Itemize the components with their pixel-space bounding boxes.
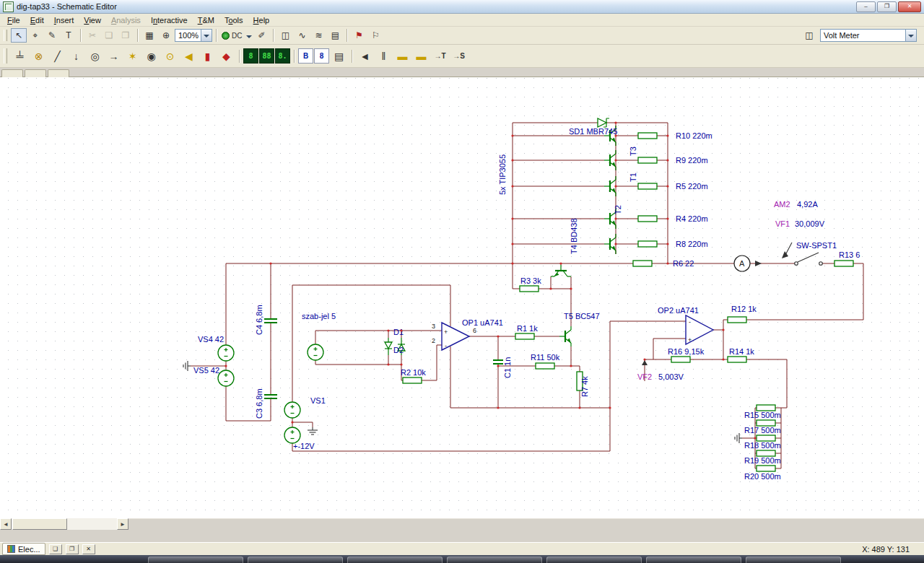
ground-button[interactable]: ╧ xyxy=(11,47,29,65)
pointer-tool-button[interactable]: ↖ xyxy=(11,28,27,43)
component-label[interactable]: + xyxy=(688,336,692,344)
probe-pen-button[interactable]: ✐ xyxy=(253,28,269,43)
component-label[interactable]: R8 220m xyxy=(676,240,708,248)
function-generator-button[interactable]: ≋ xyxy=(310,28,326,43)
component-label[interactable]: SD1 MBR745 xyxy=(569,127,617,136)
resistor-symbol[interactable] xyxy=(638,216,657,222)
menu-item-tm[interactable]: T&M xyxy=(193,15,219,25)
cut-button[interactable]: ✂ xyxy=(84,28,100,43)
temp-output-button[interactable]: →T xyxy=(431,47,449,65)
speaker-button[interactable]: ◀ xyxy=(180,47,198,65)
multimeter-button[interactable]: ◫ xyxy=(277,28,293,43)
component-label[interactable]: VS1 xyxy=(310,396,326,405)
voltage-source-symbol[interactable] xyxy=(218,345,234,361)
seg-display-button-2[interactable]: 88 xyxy=(259,48,274,64)
component-label[interactable]: R4 220m xyxy=(676,214,708,223)
start-flag-button[interactable]: ⚑ xyxy=(351,28,367,43)
ground-symbol[interactable] xyxy=(308,427,318,435)
resistor-symbol[interactable] xyxy=(520,286,539,292)
voltage-source-symbol[interactable] xyxy=(284,402,300,418)
component-label[interactable]: AM2 xyxy=(774,200,790,209)
sheet-tab[interactable] xyxy=(48,69,69,77)
component-label[interactable]: szab-jel 5 xyxy=(302,312,336,320)
component-label[interactable]: D2 xyxy=(393,346,404,354)
component-label[interactable]: C1 1n xyxy=(503,357,512,378)
toolbar-drag-handle[interactable] xyxy=(4,48,7,64)
component-label[interactable]: C3 6,8m xyxy=(255,388,263,419)
component-label[interactable]: R6 22 xyxy=(673,259,694,268)
zoom-select[interactable]: 100% xyxy=(175,29,212,42)
float-pane-button[interactable]: ❏ xyxy=(49,544,62,554)
resistor-symbol[interactable] xyxy=(757,450,775,456)
ground-symbol[interactable] xyxy=(183,361,191,371)
component-label[interactable]: R3 3k xyxy=(520,276,541,285)
dock-pane-button[interactable]: ❐ xyxy=(66,544,79,554)
grid-toggle-button[interactable]: ▦ xyxy=(141,28,157,43)
horizontal-scrollbar[interactable]: ◄ ► xyxy=(0,518,924,530)
scrollbar-track[interactable] xyxy=(12,518,117,530)
taskbar-button[interactable] xyxy=(546,557,642,563)
component-label[interactable]: VF2 xyxy=(637,372,652,381)
arrow-button[interactable]: → xyxy=(105,47,123,65)
component-label[interactable]: 2 xyxy=(432,337,435,344)
component-label[interactable]: 30,009V xyxy=(795,219,825,228)
text-tool-button[interactable]: T xyxy=(61,28,77,43)
resistor-symbol[interactable] xyxy=(633,261,652,266)
close-pane-button[interactable]: ✕ xyxy=(82,544,95,554)
component-label[interactable]: SW-SPST1 xyxy=(796,241,837,250)
resistor-symbol[interactable] xyxy=(515,333,534,339)
component-label[interactable]: +-12V xyxy=(293,442,315,450)
resistor-symbol[interactable] xyxy=(671,357,690,362)
probe-diamond-button[interactable]: ◆ xyxy=(217,47,235,65)
diode-button[interactable]: ◄ xyxy=(356,47,374,65)
component-label[interactable]: 5x TIP3055 xyxy=(498,154,507,195)
taskbar-button[interactable] xyxy=(746,557,841,563)
meter-select[interactable]: Volt Meter xyxy=(820,29,917,42)
pencil-tool-button[interactable]: ✎ xyxy=(44,28,60,43)
component-label[interactable]: R17 500m xyxy=(744,426,781,435)
oscilloscope-button[interactable]: ∿ xyxy=(294,28,310,43)
component-label[interactable]: OP1 uA741 xyxy=(462,318,503,327)
zoom-button[interactable]: ⊕ xyxy=(158,28,174,43)
bulb-button[interactable]: ✶ xyxy=(123,47,141,65)
copy-button[interactable]: ❏ xyxy=(101,28,117,43)
lamp-button[interactable]: ⊗ xyxy=(30,47,48,65)
component-label[interactable]: R9 220m xyxy=(676,156,708,165)
diode-symbol[interactable] xyxy=(385,338,392,355)
component-label[interactable]: T2 xyxy=(614,205,622,214)
transistor-symbol[interactable] xyxy=(604,150,616,170)
ic-button[interactable]: ▤ xyxy=(330,47,348,65)
component-label[interactable]: R5 220m xyxy=(676,182,708,191)
sheet-tab[interactable] xyxy=(1,69,23,77)
taskbar-button[interactable] xyxy=(248,557,343,563)
close-button[interactable]: ✕ xyxy=(898,1,921,12)
scrollbar-thumb[interactable] xyxy=(12,518,67,530)
component-label[interactable]: 6 xyxy=(473,327,476,334)
switch-button[interactable]: ╱ xyxy=(48,47,66,65)
voltage-probe-symbol[interactable] xyxy=(642,360,648,365)
resistor-symbol[interactable] xyxy=(536,363,554,369)
schematic-canvas[interactable]: SD1 MBR745R10 220mR9 220mR5 220mR4 220mR… xyxy=(0,77,924,518)
component-label[interactable]: VF1 xyxy=(775,219,790,228)
component-label[interactable]: + xyxy=(444,328,448,336)
logic-display-button-1[interactable]: B xyxy=(298,48,313,64)
scroll-left-button[interactable]: ◄ xyxy=(0,518,12,530)
menu-item-edit[interactable]: Edit xyxy=(25,15,49,25)
menu-item-tools[interactable]: Tools xyxy=(219,15,248,25)
interactive-dc-button[interactable]: DC xyxy=(220,28,253,43)
component-label[interactable]: R14 1k xyxy=(729,347,754,356)
transistor-symbol[interactable] xyxy=(604,234,616,254)
tab-electric[interactable]: Elec... xyxy=(2,543,45,555)
component-label[interactable]: - xyxy=(689,318,691,326)
component-label[interactable]: R11 50k xyxy=(531,353,560,362)
component-label[interactable]: R7 4k xyxy=(580,376,589,397)
resistor-symbol[interactable] xyxy=(757,420,775,426)
component-label[interactable]: A xyxy=(739,259,745,268)
voltmeter-button[interactable]: ◉ xyxy=(142,47,160,65)
instrument-button[interactable]: ◫ xyxy=(801,28,817,43)
ground-symbol[interactable] xyxy=(735,433,742,443)
taskbar-button[interactable] xyxy=(347,557,443,563)
component-label[interactable]: D1 xyxy=(393,328,404,336)
component-label[interactable]: R15 500m xyxy=(744,411,781,419)
selection-tool-button[interactable]: ⌖ xyxy=(27,28,43,43)
